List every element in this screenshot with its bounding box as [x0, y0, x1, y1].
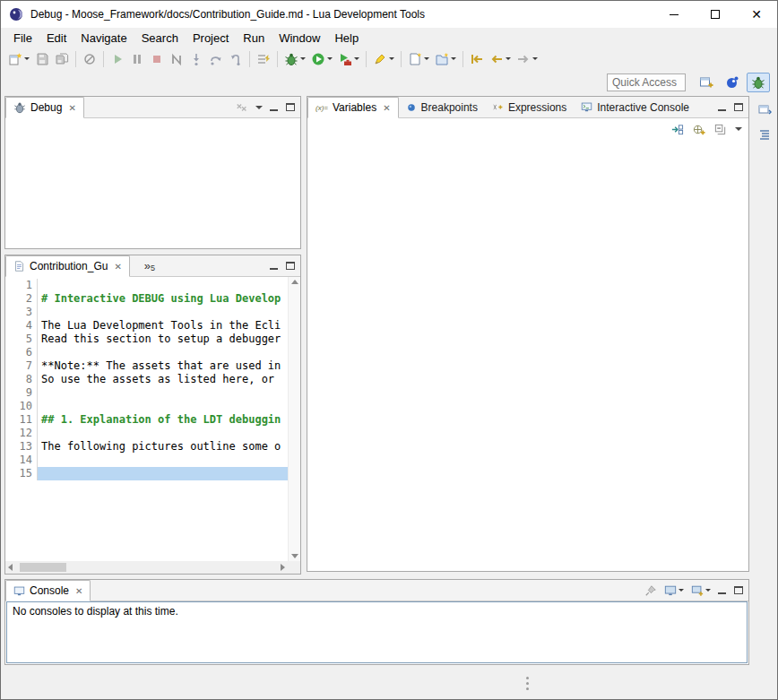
scroll-left-icon[interactable] — [8, 564, 13, 571]
tab-console[interactable]: Console ✕ — [5, 580, 91, 601]
quick-access-input[interactable]: Quick Access — [607, 73, 686, 91]
line-number: 5 — [5, 333, 38, 346]
debug-perspective-button[interactable] — [747, 73, 770, 92]
open-console-button[interactable] — [691, 584, 711, 597]
view-menu-chevron-icon[interactable] — [735, 127, 742, 134]
scroll-right-icon[interactable] — [281, 564, 285, 571]
tab-expressions[interactable]: Expressions — [485, 97, 574, 117]
editor-vertical-scrollbar[interactable] — [288, 277, 300, 561]
tab-debug[interactable]: Debug ✕ — [5, 97, 84, 118]
window-maximize-button[interactable] — [695, 1, 736, 28]
editor-tab-overflow-button[interactable]: »5 — [144, 255, 155, 276]
new-file-wizard-button[interactable] — [405, 49, 432, 69]
lua-perspective-button[interactable] — [721, 73, 744, 92]
step-return-button[interactable] — [226, 49, 246, 69]
editor-line: 13The following pictures outline some o — [5, 440, 288, 454]
step-into-button[interactable] — [186, 49, 206, 69]
line-number: 11 — [5, 413, 38, 427]
editor-line: 4The Lua Development Tools in the Ecli — [5, 319, 288, 333]
collapse-all-icon[interactable] — [713, 123, 727, 136]
maximize-view-button[interactable] — [286, 262, 295, 270]
use-step-filters-button[interactable] — [254, 49, 273, 69]
menu-help[interactable]: Help — [327, 30, 366, 47]
tab-close-icon[interactable]: ✕ — [383, 103, 390, 113]
scroll-up-icon[interactable] — [291, 280, 298, 284]
open-console-icon — [691, 584, 704, 597]
maximize-view-button[interactable] — [734, 103, 743, 111]
back-arrow-icon — [489, 52, 504, 66]
debug-button[interactable] — [281, 49, 308, 69]
console-content[interactable]: No consoles to display at this time. — [6, 601, 748, 663]
minimize-view-button[interactable] — [718, 103, 727, 112]
editor-line: 10 — [5, 400, 288, 413]
variables-view-content[interactable] — [307, 140, 748, 569]
scrollbar-thumb[interactable] — [20, 563, 66, 572]
menu-search[interactable]: Search — [134, 30, 186, 47]
debug-view-content[interactable] — [5, 118, 300, 247]
terminate-button[interactable] — [147, 49, 167, 69]
minimized-outline-view-button[interactable] — [755, 125, 774, 144]
remove-all-terminated-icon[interactable] — [236, 101, 248, 114]
save-icon — [35, 52, 49, 66]
window-close-button[interactable]: ✕ — [736, 1, 777, 28]
maximize-view-button[interactable] — [286, 103, 295, 111]
display-selected-console-button[interactable] — [664, 584, 684, 597]
editor-actions — [270, 255, 300, 276]
skip-all-breakpoints-button[interactable] — [80, 49, 99, 69]
menu-run[interactable]: Run — [236, 30, 272, 47]
line-number: 9 — [5, 386, 38, 400]
suspend-button[interactable] — [127, 49, 147, 69]
show-logical-structure-icon[interactable] — [670, 123, 684, 136]
pin-console-icon[interactable] — [644, 584, 657, 597]
display-selected-console-icon — [664, 584, 677, 597]
outline-view-icon — [757, 127, 772, 142]
menu-navigate[interactable]: Navigate — [73, 30, 134, 47]
tab-variables[interactable]: (x)= Variables ✕ — [307, 97, 399, 118]
menu-project[interactable]: Project — [186, 30, 236, 47]
minimize-icon — [670, 14, 679, 15]
mark-occurrences-button[interactable] — [370, 49, 397, 69]
add-global-variable-icon[interactable] — [692, 123, 705, 136]
view-menu-chevron-icon[interactable] — [255, 106, 263, 113]
editor-horizontal-scrollbar[interactable] — [5, 561, 288, 574]
external-tools-button[interactable] — [335, 49, 362, 69]
perspective-bar — [695, 73, 770, 92]
tab-close-icon[interactable]: ✕ — [68, 103, 75, 113]
run-button[interactable] — [308, 49, 335, 69]
line-number: 6 — [5, 346, 38, 359]
editor-line: 7**Note:** The assets that are used in — [5, 359, 288, 373]
maximize-view-button[interactable] — [734, 586, 743, 594]
editor-text-area[interactable]: 1 2# Interactive DEBUG using Lua Develop… — [5, 277, 288, 561]
back-button[interactable] — [487, 49, 514, 69]
tab-breakpoints[interactable]: Breakpoints — [399, 97, 485, 117]
minimize-view-button[interactable] — [270, 262, 279, 271]
new-project-wizard-button[interactable] — [432, 49, 459, 69]
save-button[interactable] — [32, 49, 52, 69]
disconnect-button[interactable] — [167, 49, 186, 69]
forward-button[interactable] — [514, 49, 540, 69]
minimize-view-button[interactable] — [270, 103, 279, 112]
step-over-button[interactable] — [206, 49, 226, 69]
open-perspective-button[interactable] — [695, 73, 718, 92]
last-edit-location-button[interactable] — [467, 49, 487, 69]
tab-close-icon[interactable]: ✕ — [114, 262, 121, 272]
save-all-button[interactable] — [52, 49, 72, 69]
menu-window[interactable]: Window — [272, 30, 327, 47]
resume-button[interactable] — [108, 49, 127, 69]
restore-minimized-view-button[interactable] — [755, 99, 774, 119]
step-return-icon — [229, 52, 243, 66]
minimize-view-button[interactable] — [718, 586, 727, 595]
tab-interactive-console[interactable]: Interactive Console — [574, 97, 696, 117]
save-all-icon — [55, 52, 69, 66]
tab-close-icon[interactable]: ✕ — [75, 586, 82, 596]
editor-line: 1 — [5, 279, 288, 292]
menu-file[interactable]: File — [6, 30, 39, 47]
tab-contribution-guide[interactable]: Contribution_Gu ✕ — [5, 255, 130, 277]
scroll-down-icon[interactable] — [291, 554, 298, 558]
window-minimize-button[interactable] — [653, 1, 695, 28]
new-wizard-button[interactable] — [5, 49, 32, 69]
close-icon: ✕ — [751, 8, 762, 21]
line-number: 15 — [5, 467, 38, 480]
menu-edit[interactable]: Edit — [39, 30, 73, 47]
statusbar-resize-gripper[interactable] — [526, 677, 529, 690]
